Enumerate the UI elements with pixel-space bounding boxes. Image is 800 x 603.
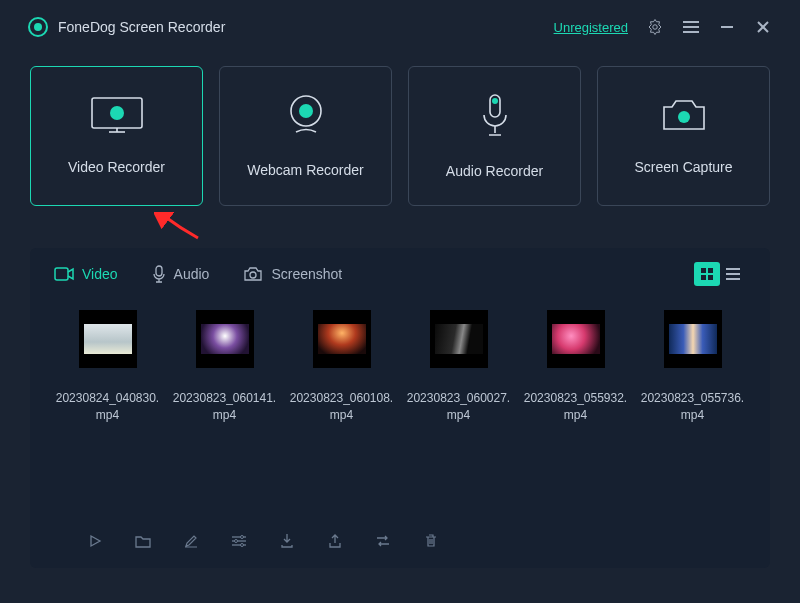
thumbnail xyxy=(664,310,722,368)
item-filename: 20230823_060108.mp4 xyxy=(288,390,395,424)
minimize-button[interactable] xyxy=(718,18,736,36)
menu-icon[interactable] xyxy=(682,18,700,36)
close-button[interactable] xyxy=(754,18,772,36)
settings-gear-icon[interactable] xyxy=(646,18,664,36)
svg-point-10 xyxy=(299,104,313,118)
svg-point-12 xyxy=(492,98,498,104)
mode-audio-recorder[interactable]: Audio Recorder xyxy=(408,66,581,206)
camera-icon xyxy=(660,97,708,137)
recordings-panel: Video Audio Screenshot 20230824_040830.m… xyxy=(30,248,770,568)
thumbnail xyxy=(313,310,371,368)
svg-rect-18 xyxy=(708,268,713,273)
folder-icon[interactable] xyxy=(134,532,152,550)
thumbnail xyxy=(430,310,488,368)
list-view-button[interactable] xyxy=(720,262,746,286)
list-item[interactable]: 20230824_040830.mp4 xyxy=(54,310,161,424)
mode-video-recorder[interactable]: Video Recorder xyxy=(30,66,203,206)
video-recorder-icon xyxy=(91,97,143,137)
svg-point-29 xyxy=(241,544,244,547)
download-icon[interactable] xyxy=(278,532,296,550)
mode-screen-capture[interactable]: Screen Capture xyxy=(597,66,770,206)
tab-label: Audio xyxy=(174,266,210,282)
play-icon[interactable] xyxy=(86,532,104,550)
svg-point-0 xyxy=(653,25,658,30)
item-filename: 20230824_040830.mp4 xyxy=(54,390,161,424)
tab-label: Video xyxy=(82,266,118,282)
list-item[interactable]: 20230823_055736.mp4 xyxy=(639,310,746,424)
thumbnail xyxy=(196,310,254,368)
microphone-icon xyxy=(479,93,511,141)
svg-point-8 xyxy=(110,106,124,120)
svg-point-28 xyxy=(235,540,238,543)
item-filename: 20230823_055932.mp4 xyxy=(522,390,629,424)
list-item[interactable]: 20230823_060108.mp4 xyxy=(288,310,395,424)
svg-point-27 xyxy=(241,536,244,539)
mode-webcam-recorder[interactable]: Webcam Recorder xyxy=(219,66,392,206)
edit-pencil-icon[interactable] xyxy=(182,532,200,550)
registration-status-link[interactable]: Unregistered xyxy=(554,20,628,35)
app-title: FoneDog Screen Recorder xyxy=(58,19,225,35)
svg-point-16 xyxy=(250,272,256,278)
app-logo-icon xyxy=(28,17,48,37)
svg-rect-15 xyxy=(156,266,162,276)
svg-rect-20 xyxy=(708,275,713,280)
svg-rect-17 xyxy=(701,268,706,273)
tab-audio[interactable]: Audio xyxy=(152,265,210,283)
sliders-icon[interactable] xyxy=(230,532,248,550)
item-filename: 20230823_055736.mp4 xyxy=(639,390,746,424)
item-filename: 20230823_060141.mp4 xyxy=(171,390,278,424)
mode-selector-row: Video Recorder Webcam Recorder Audio Rec… xyxy=(0,54,800,206)
recordings-tabs-row: Video Audio Screenshot xyxy=(54,262,746,286)
list-item[interactable]: 20230823_055932.mp4 xyxy=(522,310,629,424)
convert-icon[interactable] xyxy=(374,532,392,550)
annotation-arrow-icon xyxy=(154,212,202,242)
title-bar: FoneDog Screen Recorder Unregistered xyxy=(0,0,800,54)
list-item[interactable]: 20230823_060141.mp4 xyxy=(171,310,278,424)
mode-label: Audio Recorder xyxy=(446,163,543,179)
recordings-list: 20230824_040830.mp4 20230823_060141.mp4 … xyxy=(54,310,746,424)
window-controls: Unregistered xyxy=(554,18,772,36)
tab-label: Screenshot xyxy=(271,266,342,282)
trash-icon[interactable] xyxy=(422,532,440,550)
view-toggle xyxy=(694,262,746,286)
share-icon[interactable] xyxy=(326,532,344,550)
app-brand: FoneDog Screen Recorder xyxy=(28,17,225,37)
svg-rect-14 xyxy=(55,268,68,280)
grid-view-button[interactable] xyxy=(694,262,720,286)
mode-label: Video Recorder xyxy=(68,159,165,175)
item-filename: 20230823_060027.mp4 xyxy=(405,390,512,424)
recordings-tabs: Video Audio Screenshot xyxy=(54,265,342,283)
file-action-toolbar xyxy=(54,524,746,554)
svg-point-13 xyxy=(678,111,690,123)
tab-screenshot[interactable]: Screenshot xyxy=(243,266,342,282)
thumbnail xyxy=(547,310,605,368)
thumbnail xyxy=(79,310,137,368)
mode-label: Webcam Recorder xyxy=(247,162,363,178)
svg-rect-19 xyxy=(701,275,706,280)
mode-label: Screen Capture xyxy=(634,159,732,175)
webcam-icon xyxy=(286,94,326,140)
list-item[interactable]: 20230823_060027.mp4 xyxy=(405,310,512,424)
tab-video[interactable]: Video xyxy=(54,266,118,282)
